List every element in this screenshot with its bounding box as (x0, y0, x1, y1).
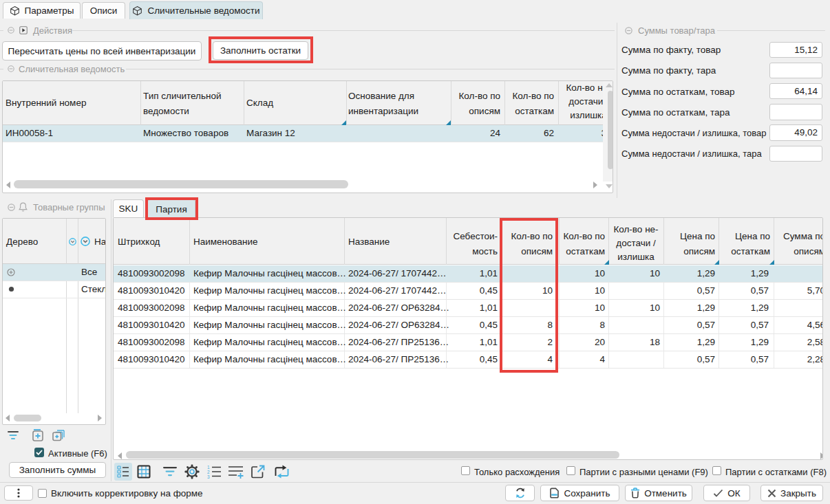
svg-text:3: 3 (207, 474, 210, 479)
svg-text:2: 2 (207, 470, 210, 474)
svg-text:1: 1 (207, 465, 210, 470)
